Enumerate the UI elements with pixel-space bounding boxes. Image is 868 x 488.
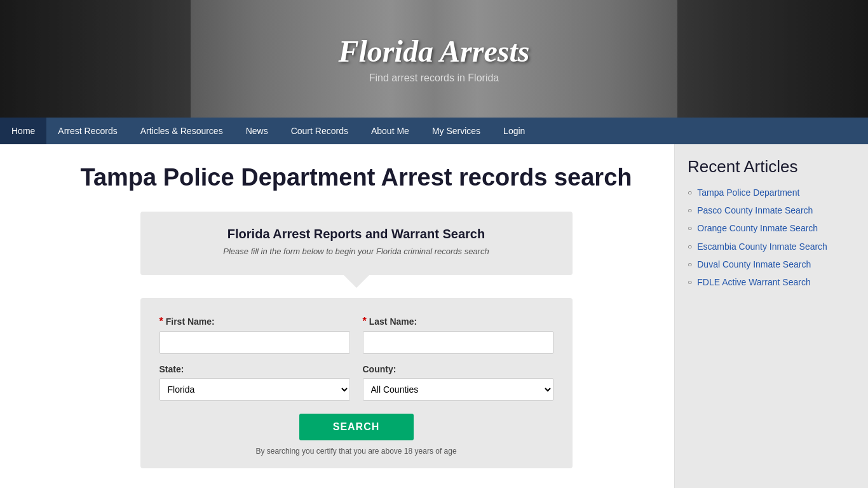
site-subtitle: Find arrest records in Florida xyxy=(339,72,530,84)
sidebar-item-duval: Duval County Inmate Search xyxy=(688,259,855,270)
site-title: Florida Arrests xyxy=(339,34,530,69)
site-header: Florida Arrests Find arrest records in F… xyxy=(0,0,868,118)
state-select[interactable]: Florida Alabama Georgia South Carolina xyxy=(159,378,350,401)
first-name-required-star: * xyxy=(159,316,163,327)
nav-about-me[interactable]: About Me xyxy=(360,118,421,144)
nav-news[interactable]: News xyxy=(234,118,280,144)
sidebar-link-escambia[interactable]: Escambia County Inmate Search xyxy=(697,241,827,252)
hands-left-decoration xyxy=(0,0,191,118)
hands-right-decoration xyxy=(677,0,868,118)
header-content: Florida Arrests Find arrest records in F… xyxy=(339,34,530,84)
search-card-subtitle: Please fill in the form below to begin y… xyxy=(159,247,553,256)
county-label: County: xyxy=(363,364,553,374)
sidebar-link-tampa-pd[interactable]: Tampa Police Department xyxy=(697,187,799,198)
search-button[interactable]: SEARCH xyxy=(299,414,414,440)
sidebar-link-pasco[interactable]: Pasco County Inmate Search xyxy=(697,205,813,216)
sidebar-link-orange[interactable]: Orange County Inmate Search xyxy=(697,222,818,234)
first-name-label: * First Name: xyxy=(159,316,350,327)
page-title: Tampa Police Department Arrest records s… xyxy=(64,163,649,193)
sidebar-title: Recent Articles xyxy=(688,157,855,177)
nav-my-services[interactable]: My Services xyxy=(421,118,492,144)
sidebar-item-escambia: Escambia County Inmate Search xyxy=(688,241,855,252)
sidebar-item-pasco: Pasco County Inmate Search xyxy=(688,205,855,216)
main-container: Tampa Police Department Arrest records s… xyxy=(0,144,868,488)
location-row: State: Florida Alabama Georgia South Car… xyxy=(159,364,553,401)
sidebar-item-fdle: FDLE Active Warrant Search xyxy=(688,276,855,288)
sidebar-item-tampa-pd: Tampa Police Department xyxy=(688,187,855,198)
search-card: Florida Arrest Reports and Warrant Searc… xyxy=(140,212,573,275)
first-name-group: * First Name: xyxy=(159,316,350,354)
county-select[interactable]: All Counties Alachua Baker Bay Broward D… xyxy=(363,378,553,401)
nav-articles[interactable]: Articles & Resources xyxy=(129,118,234,144)
county-group: County: All Counties Alachua Baker Bay B… xyxy=(363,364,553,401)
main-navbar: Home Arrest Records Articles & Resources… xyxy=(0,118,868,144)
name-row: * First Name: * Last Name: xyxy=(159,316,553,354)
nav-court-records[interactable]: Court Records xyxy=(280,118,360,144)
state-group: State: Florida Alabama Georgia South Car… xyxy=(159,364,350,401)
last-name-required-star: * xyxy=(363,316,367,327)
form-disclaimer: By searching you certify that you are ab… xyxy=(159,447,553,456)
card-pointer xyxy=(344,275,369,288)
last-name-group: * Last Name: xyxy=(363,316,553,354)
last-name-input[interactable] xyxy=(363,331,553,354)
first-name-input[interactable] xyxy=(159,331,350,354)
sidebar-link-duval[interactable]: Duval County Inmate Search xyxy=(697,259,811,270)
sidebar-link-fdle[interactable]: FDLE Active Warrant Search xyxy=(697,276,810,288)
sidebar: Recent Articles Tampa Police Department … xyxy=(674,144,868,488)
state-label: State: xyxy=(159,364,350,374)
nav-home[interactable]: Home xyxy=(0,118,46,144)
search-form-area: * First Name: * Last Name: State: xyxy=(140,298,573,468)
sidebar-item-orange: Orange County Inmate Search xyxy=(688,222,855,234)
last-name-label: * Last Name: xyxy=(363,316,553,327)
nav-login[interactable]: Login xyxy=(492,118,536,144)
search-card-title: Florida Arrest Reports and Warrant Searc… xyxy=(159,227,553,241)
sidebar-article-list: Tampa Police Department Pasco County Inm… xyxy=(688,187,855,288)
nav-arrest-records[interactable]: Arrest Records xyxy=(46,118,128,144)
content-area: Tampa Police Department Arrest records s… xyxy=(0,144,674,488)
